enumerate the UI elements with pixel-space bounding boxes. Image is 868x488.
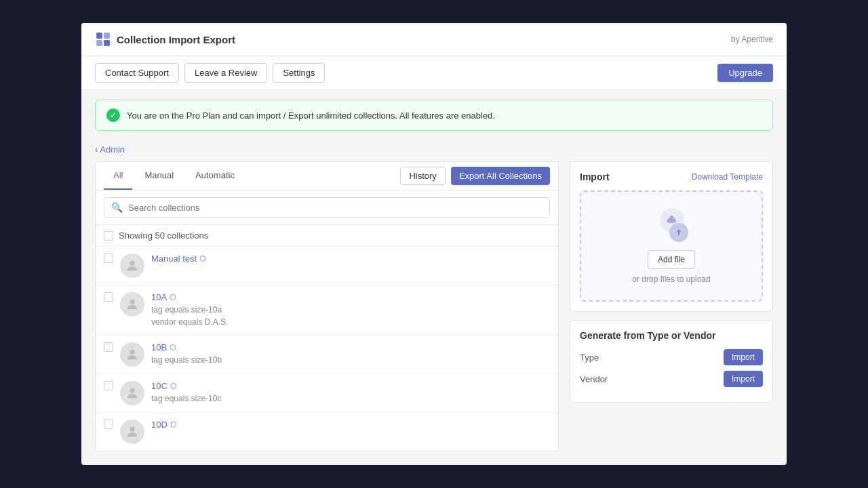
collection-name[interactable]: 10B ⬡ [151, 342, 550, 352]
avatar [120, 292, 144, 317]
tabs-bar: All Manual Automatic History Export All … [96, 162, 558, 190]
svg-rect-0 [96, 33, 102, 39]
select-all-checkbox[interactable] [104, 231, 113, 241]
type-label: Type [580, 352, 599, 363]
collection-checkbox[interactable] [104, 420, 113, 429]
collection-row: 10D ⬡ [96, 413, 558, 451]
import-card: Import Download Template [570, 161, 773, 312]
avatar [120, 381, 144, 405]
settings-button[interactable]: Settings [273, 63, 325, 83]
search-input[interactable] [128, 203, 542, 213]
collection-name[interactable]: 10C ⬡ [151, 381, 550, 391]
tabs-left: All Manual Automatic [104, 162, 247, 190]
app-title: Collection Import Export [117, 34, 235, 45]
export-all-button[interactable]: Export All Collections [451, 167, 550, 185]
collections-list: Manual test ⬡ 10A ⬡ [96, 247, 558, 451]
tab-automatic[interactable]: Automatic [186, 162, 244, 190]
external-link-icon: ⬡ [170, 343, 176, 352]
svg-point-4 [130, 261, 134, 266]
collections-panel: All Manual Automatic History Export All … [95, 161, 559, 451]
user-icon [125, 347, 140, 362]
svg-point-5 [130, 300, 134, 304]
collection-checkbox[interactable] [104, 292, 113, 302]
type-field-row: Type Import [580, 349, 763, 365]
import-title: Import [580, 171, 610, 182]
external-link-icon: ⬡ [170, 382, 177, 390]
generate-card: Generate from Type or Vendor Type Import… [570, 320, 773, 403]
main-content: All Manual Automatic History Export All … [81, 161, 787, 465]
tab-all[interactable]: All [104, 162, 132, 190]
collection-checkbox[interactable] [104, 342, 113, 352]
toolbar-left: Contact Support Leave a Review Settings [95, 63, 325, 83]
collection-row: Manual test ⬡ [96, 247, 558, 285]
user-icon [125, 258, 140, 273]
collection-row: 10C ⬡ tag equals size-10c [96, 374, 558, 413]
collection-row: 10B ⬡ tag equals size-10b [96, 336, 558, 374]
search-input-wrap: 🔍 [104, 197, 550, 218]
showing-label: Showing 50 collections [119, 230, 208, 241]
upload-arrow-icon [674, 228, 684, 237]
upload-icon-front [669, 223, 688, 242]
history-button[interactable]: History [400, 167, 445, 185]
pro-plan-banner: ✓ You are on the Pro Plan and can import… [95, 100, 773, 131]
upgrade-button[interactable]: Upgrade [717, 64, 773, 82]
user-icon [125, 424, 140, 439]
leave-review-button[interactable]: Leave a Review [184, 63, 268, 83]
showing-row: Showing 50 collections [96, 225, 558, 247]
collection-checkbox[interactable] [104, 253, 113, 263]
right-panel: Import Download Template [570, 161, 773, 451]
tab-manual[interactable]: Manual [135, 162, 183, 190]
app-logo-icon [95, 31, 111, 47]
by-label: by Aperitive [731, 35, 773, 44]
collection-info: 10A ⬡ tag equals size-10avendor equals D… [151, 292, 550, 328]
collection-info: Manual test ⬡ [151, 253, 550, 265]
success-icon: ✓ [106, 108, 120, 122]
type-import-button[interactable]: Import [724, 349, 763, 365]
collection-meta: tag equals size-10b [151, 354, 550, 366]
contact-support-button[interactable]: Contact Support [95, 63, 179, 83]
avatar [120, 253, 144, 278]
collection-info: 10C ⬡ tag equals size-10c [151, 381, 550, 405]
external-link-icon: ⬡ [170, 293, 176, 302]
search-bar: 🔍 [96, 190, 558, 225]
toolbar: Contact Support Leave a Review Settings … [81, 56, 787, 90]
vendor-import-button[interactable]: Import [724, 371, 763, 387]
user-icon [125, 297, 140, 312]
svg-rect-1 [104, 33, 110, 39]
breadcrumb[interactable]: Admin [81, 140, 787, 161]
collection-row: 10A ⬡ tag equals size-10avendor equals D… [96, 285, 558, 336]
collection-name[interactable]: 10A ⬡ [151, 292, 550, 302]
svg-point-8 [130, 427, 134, 432]
drop-zone[interactable]: Add file or drop files to upload [580, 190, 763, 302]
search-icon: 🔍 [111, 202, 123, 213]
collection-meta: tag equals size-10c [151, 392, 550, 405]
user-icon [125, 386, 140, 401]
svg-rect-2 [96, 40, 102, 46]
collection-info: 10B ⬡ tag equals size-10b [151, 342, 550, 366]
avatar [120, 342, 144, 367]
svg-rect-3 [104, 40, 110, 46]
vendor-field-row: Vendor Import [580, 371, 763, 387]
generate-title: Generate from Type or Vendor [580, 330, 763, 341]
app-window: Collection Import Export by Aperitive Co… [81, 23, 787, 465]
import-header: Import Download Template [580, 171, 763, 182]
external-link-icon: ⬡ [170, 420, 177, 429]
svg-point-7 [130, 388, 134, 393]
add-file-button[interactable]: Add file [648, 250, 695, 269]
header-left: Collection Import Export [95, 31, 235, 47]
vendor-label: Vendor [580, 374, 608, 384]
collection-meta: tag equals size-10avendor equals D.A.S. [151, 304, 550, 328]
upload-icons [654, 208, 688, 242]
banner-message: You are on the Pro Plan and can import /… [127, 110, 495, 121]
collection-name[interactable]: 10D ⬡ [151, 420, 550, 430]
svg-point-6 [130, 350, 134, 354]
download-template-link[interactable]: Download Template [692, 172, 763, 182]
collection-name[interactable]: Manual test ⬡ [151, 253, 550, 264]
external-link-icon: ⬡ [199, 254, 206, 263]
collection-info: 10D ⬡ [151, 420, 550, 431]
collection-checkbox[interactable] [104, 381, 113, 390]
app-header: Collection Import Export by Aperitive [81, 23, 787, 56]
tabs-right: History Export All Collections [400, 167, 550, 185]
drop-text: or drop files to upload [632, 274, 710, 284]
avatar [120, 420, 144, 444]
